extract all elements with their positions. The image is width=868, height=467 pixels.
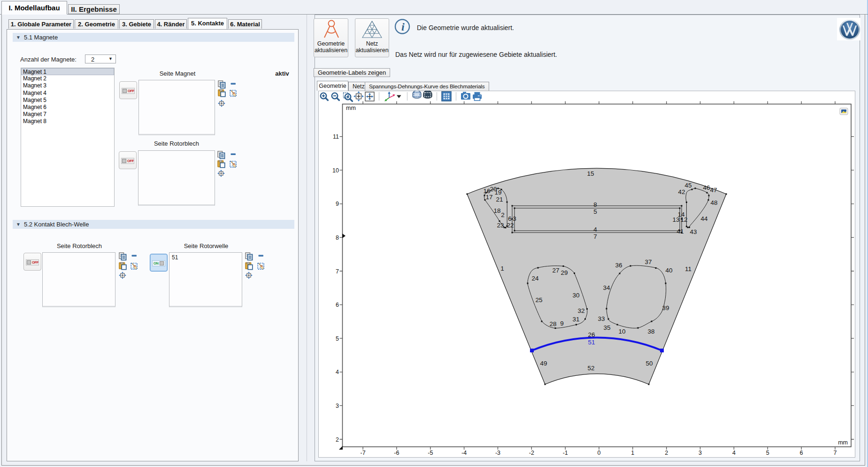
svg-text:18: 18 <box>493 207 500 214</box>
svg-text:28: 28 <box>549 320 556 327</box>
svg-text:46: 46 <box>703 184 710 191</box>
svg-text:5: 5 <box>593 208 597 215</box>
svg-text:8: 8 <box>593 201 597 208</box>
svg-text:45: 45 <box>684 182 691 189</box>
svg-text:34: 34 <box>603 284 610 291</box>
svg-text:3: 3 <box>513 215 516 222</box>
svg-text:37: 37 <box>645 258 652 265</box>
svg-text:mm: mm <box>346 105 356 111</box>
svg-text:9: 9 <box>336 201 339 207</box>
svg-text:44: 44 <box>700 215 708 222</box>
svg-text:7: 7 <box>833 450 837 456</box>
svg-text:3: 3 <box>336 403 339 409</box>
svg-text:-2: -2 <box>529 450 534 456</box>
svg-text:36: 36 <box>615 262 622 269</box>
svg-text:15: 15 <box>587 170 594 177</box>
svg-text:42: 42 <box>678 188 685 195</box>
svg-text:6: 6 <box>800 450 803 456</box>
svg-text:13: 13 <box>672 216 679 223</box>
svg-text:4: 4 <box>336 369 339 375</box>
svg-text:29: 29 <box>561 269 568 276</box>
svg-text:-5: -5 <box>428 450 433 456</box>
svg-text:-7: -7 <box>361 450 366 456</box>
svg-text:47: 47 <box>710 187 717 194</box>
svg-text:9: 9 <box>560 320 564 327</box>
svg-text:27: 27 <box>552 267 559 274</box>
svg-text:33: 33 <box>598 315 605 322</box>
svg-text:7: 7 <box>336 268 339 275</box>
svg-text:31: 31 <box>572 316 579 323</box>
svg-text:-3: -3 <box>495 450 500 456</box>
svg-text:11: 11 <box>333 133 339 140</box>
svg-text:26: 26 <box>588 331 595 338</box>
svg-text:6: 6 <box>508 215 512 222</box>
svg-text:22: 22 <box>507 222 514 229</box>
svg-text:35: 35 <box>603 324 610 331</box>
svg-text:12: 12 <box>680 216 687 223</box>
svg-text:8: 8 <box>336 234 339 241</box>
svg-text:2: 2 <box>665 450 668 456</box>
svg-text:1: 1 <box>500 265 504 272</box>
svg-text:0: 0 <box>598 450 601 456</box>
svg-text:2: 2 <box>501 211 505 218</box>
svg-text:i: i <box>401 21 405 33</box>
svg-text:40: 40 <box>665 267 672 274</box>
svg-text:5: 5 <box>766 450 769 456</box>
svg-text:24: 24 <box>531 275 539 282</box>
svg-text:mm: mm <box>838 439 848 446</box>
svg-text:7: 7 <box>593 233 597 240</box>
svg-text:38: 38 <box>647 328 654 335</box>
svg-text:17: 17 <box>485 194 492 201</box>
svg-text:25: 25 <box>535 296 542 304</box>
svg-text:2: 2 <box>336 436 339 443</box>
svg-text:-6: -6 <box>394 450 399 456</box>
svg-text:4: 4 <box>732 450 736 456</box>
svg-text:49: 49 <box>540 360 547 367</box>
svg-text:3: 3 <box>699 450 702 456</box>
svg-text:30: 30 <box>572 292 579 299</box>
svg-text:21: 21 <box>496 196 503 203</box>
svg-text:4: 4 <box>593 226 597 233</box>
svg-text:5: 5 <box>336 335 339 342</box>
svg-text:51: 51 <box>588 339 595 346</box>
svg-text:6: 6 <box>336 302 339 308</box>
svg-text:32: 32 <box>577 307 584 314</box>
svg-text:39: 39 <box>662 304 669 311</box>
svg-text:11: 11 <box>685 265 691 272</box>
svg-text:43: 43 <box>690 228 697 235</box>
svg-text:1: 1 <box>631 450 634 456</box>
svg-text:52: 52 <box>587 365 594 372</box>
svg-text:10: 10 <box>618 328 625 335</box>
svg-text:41: 41 <box>676 228 684 235</box>
svg-text:23: 23 <box>497 222 504 229</box>
svg-text:48: 48 <box>710 199 717 206</box>
svg-text:-4: -4 <box>461 450 467 456</box>
svg-text:50: 50 <box>645 360 653 367</box>
svg-text:10: 10 <box>332 167 339 174</box>
svg-text:-1: -1 <box>563 450 568 456</box>
svg-text:19: 19 <box>494 189 501 196</box>
